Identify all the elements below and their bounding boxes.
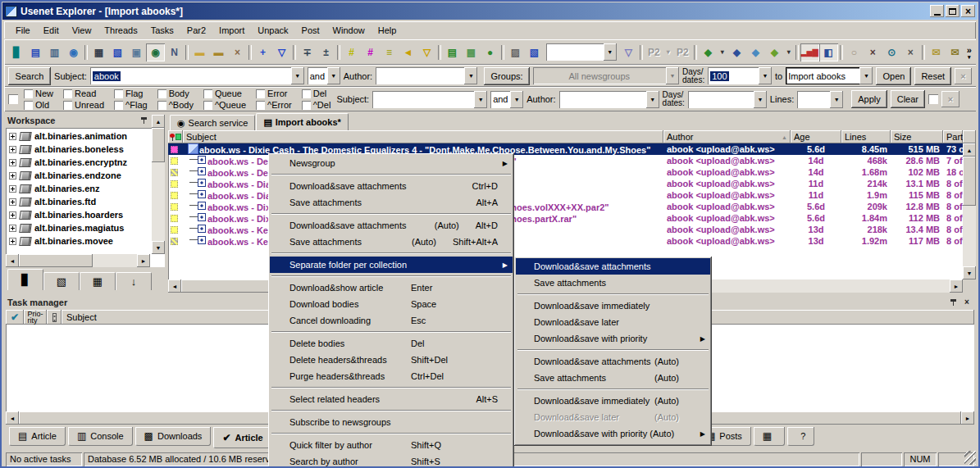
par2-verify-icon[interactable]: P2 bbox=[645, 43, 663, 61]
column-header[interactable]: Subject bbox=[183, 130, 663, 143]
close-task-manager-button[interactable]: × bbox=[961, 297, 973, 307]
web-download-icon[interactable]: ◉ bbox=[64, 43, 83, 61]
bozo-list-icon[interactable]: ○ bbox=[845, 43, 864, 61]
filter-checkbox[interactable] bbox=[157, 101, 166, 110]
tree-item[interactable]: alt.binaries.magiatus bbox=[7, 221, 165, 234]
filter-checkbox[interactable] bbox=[157, 89, 166, 98]
filter-checkbox[interactable] bbox=[302, 101, 311, 110]
unpack-icon[interactable]: ◆ bbox=[699, 43, 718, 61]
toolbar-button[interactable] bbox=[838, 43, 845, 61]
expand-plus-icon[interactable] bbox=[9, 146, 16, 153]
scroll-left-icon[interactable]: ◄ bbox=[6, 254, 19, 267]
restore-button[interactable] bbox=[946, 5, 959, 17]
thread-node-icon[interactable] bbox=[186, 155, 207, 165]
save-book-icon[interactable]: ▨ bbox=[506, 43, 525, 61]
scrollbar-thumb[interactable] bbox=[19, 254, 93, 267]
menu-item[interactable]: Post bbox=[295, 24, 326, 37]
toolbar-button[interactable] bbox=[335, 43, 342, 61]
bottom-tab[interactable]: ▥ Console bbox=[68, 427, 133, 446]
filter-bool-combo[interactable]: and bbox=[490, 91, 523, 108]
decode-marked-icon[interactable]: # bbox=[342, 43, 361, 61]
toolbar-button[interactable] bbox=[692, 43, 699, 61]
add-filter-icon[interactable]: ▽ bbox=[272, 43, 291, 61]
menu-item[interactable]: Threads bbox=[98, 24, 144, 37]
chevron-down-icon[interactable] bbox=[754, 91, 767, 108]
chevron-down-icon[interactable] bbox=[291, 67, 304, 84]
context-menu-item[interactable] bbox=[271, 275, 511, 277]
filter-checkbox[interactable] bbox=[203, 89, 212, 98]
read-book-icon[interactable]: ▧ bbox=[525, 43, 544, 61]
workspace-tab-downloads[interactable]: ↓ bbox=[116, 272, 152, 290]
toolbar-button[interactable] bbox=[638, 43, 645, 61]
tree-item[interactable]: alt.binaries.endzone bbox=[7, 169, 165, 182]
workspace-tab-folders[interactable]: ▦ bbox=[80, 272, 116, 290]
context-menu-item[interactable] bbox=[271, 387, 511, 388]
bottom-tab[interactable]: ✔ Article bbox=[213, 427, 271, 448]
chevron-down-icon[interactable] bbox=[510, 91, 523, 108]
scroll-up-icon[interactable]: ▲ bbox=[963, 143, 976, 157]
thread-node-icon[interactable] bbox=[186, 178, 207, 188]
menu-item[interactable]: File bbox=[9, 24, 37, 37]
context-menu-item[interactable]: Download&save attachments (Auto) Alt+D bbox=[270, 217, 513, 234]
scroll-left-icon[interactable]: ◄ bbox=[6, 411, 19, 425]
workspace-tab-newsgroups[interactable]: ▊ bbox=[7, 269, 43, 290]
toolbar-button[interactable] bbox=[291, 43, 298, 61]
context-menu-item[interactable] bbox=[271, 331, 511, 333]
filter-checkbox[interactable] bbox=[203, 101, 212, 110]
chevron-down-icon[interactable] bbox=[604, 43, 617, 61]
search-button[interactable]: Search bbox=[8, 67, 51, 85]
find-article-icon[interactable]: ▣ bbox=[127, 43, 146, 61]
context-menu-item[interactable]: Download&show article Enter bbox=[270, 279, 513, 296]
tree-item[interactable]: alt.binaries.hoarders bbox=[7, 208, 165, 221]
menu-item[interactable]: Par2 bbox=[180, 24, 212, 37]
mail-icon[interactable]: ✉ bbox=[927, 43, 946, 61]
workspace-vertical-scrollbar[interactable]: ▲ ▼ bbox=[152, 115, 165, 254]
submenu-item[interactable]: Download&save with priority ▶ bbox=[516, 330, 710, 347]
nzb-search-icon[interactable]: N bbox=[165, 43, 184, 61]
context-menu-item[interactable]: Quick filter by author Shift+Q bbox=[270, 437, 513, 453]
spam-icon[interactable]: × bbox=[864, 43, 882, 61]
mail-save-icon[interactable]: ✉ bbox=[946, 43, 964, 61]
context-menu-item[interactable]: Download&save attachments Ctrl+D bbox=[270, 178, 513, 194]
apply-button[interactable]: Apply bbox=[851, 90, 887, 108]
chevron-down-icon[interactable] bbox=[474, 91, 487, 108]
par2-dropdown-icon[interactable]: ▾ bbox=[663, 43, 673, 61]
filter-checkbox[interactable] bbox=[256, 89, 265, 98]
scrollbar-thumb[interactable] bbox=[963, 157, 976, 206]
open-book-icon[interactable]: ▤ bbox=[26, 43, 45, 61]
close-button[interactable]: × bbox=[961, 5, 975, 17]
context-menu-item[interactable]: Select related headers Alt+S bbox=[270, 391, 513, 407]
submenu-item[interactable]: Save attachments bbox=[516, 275, 710, 291]
toolbar-button[interactable] bbox=[247, 43, 253, 61]
scroll-right-icon[interactable]: ► bbox=[950, 279, 963, 293]
reset-button[interactable]: Reset bbox=[914, 67, 951, 85]
collapse-threads-icon[interactable]: ∓ bbox=[298, 43, 317, 61]
search-service-icon[interactable]: ◉ bbox=[146, 43, 165, 61]
article-history-icon[interactable]: ▧ bbox=[108, 43, 127, 61]
delete-folder-icon[interactable]: × bbox=[228, 43, 247, 61]
filter-subject-combo[interactable] bbox=[372, 91, 487, 108]
context-menu-item[interactable]: Separate folder per collection ▶ bbox=[270, 257, 513, 273]
context-menu-item[interactable]: Newsgroup ▶ bbox=[270, 155, 513, 171]
filter-checkbox[interactable] bbox=[302, 89, 311, 98]
bottom-tab[interactable]: ▤ Article bbox=[9, 427, 66, 446]
auto-filter-checkbox[interactable] bbox=[928, 94, 938, 104]
post-article-icon[interactable]: ▩ bbox=[462, 43, 481, 61]
context-menu-item[interactable] bbox=[271, 174, 511, 175]
minimize-button[interactable] bbox=[930, 5, 944, 17]
chevron-down-icon[interactable] bbox=[464, 67, 477, 84]
filter-checkbox[interactable] bbox=[24, 101, 33, 110]
menu-item[interactable]: Help bbox=[371, 24, 403, 37]
toolbar-button[interactable] bbox=[184, 43, 190, 61]
unpack-auto-icon[interactable]: ◆ bbox=[765, 43, 784, 61]
submenu-item[interactable] bbox=[517, 388, 709, 390]
marker-column-header[interactable] bbox=[168, 130, 183, 143]
toolbar-button[interactable] bbox=[920, 43, 927, 61]
new-folder-icon[interactable]: ▬ bbox=[190, 43, 209, 61]
column-header[interactable]: Author ▲ bbox=[663, 130, 791, 143]
scheduler-icon[interactable]: ⊙ bbox=[882, 43, 901, 61]
filter-marked-icon[interactable]: ▽ bbox=[417, 43, 436, 61]
chevron-down-icon[interactable] bbox=[830, 91, 843, 108]
thread-node-icon[interactable] bbox=[186, 235, 207, 245]
toolbar-overflow-button[interactable]: » ▾ bbox=[964, 45, 974, 59]
